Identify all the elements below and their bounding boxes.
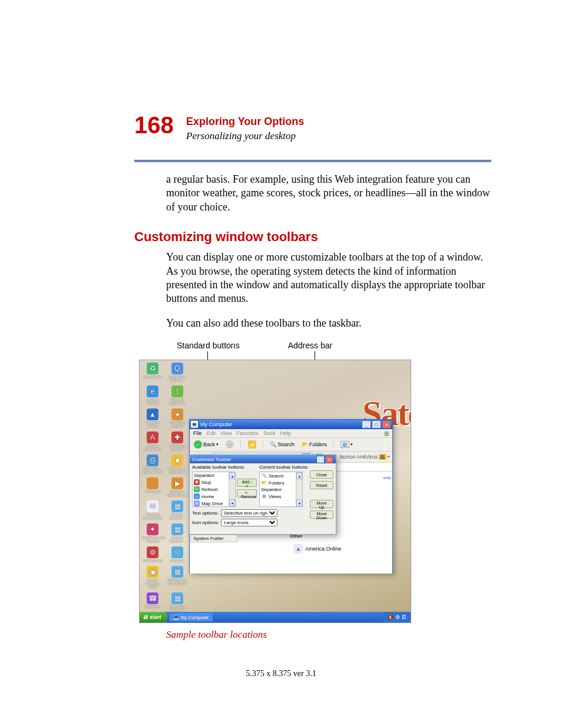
- intro-paragraph: a regular basis. For example, using this…: [166, 173, 491, 214]
- callout-standard-buttons: Standard buttons: [177, 341, 240, 350]
- section-subtitle: Personalizing your desktop: [186, 130, 491, 142]
- folders-button[interactable]: 📂Folders: [300, 441, 329, 448]
- desktop-icon[interactable]: ▦Television Manager: [167, 592, 188, 612]
- desktop-icon[interactable]: ✉Greeting Card Creator: [142, 500, 163, 520]
- system-tray[interactable]: 🔇 ⚙ 🗓: [384, 612, 411, 622]
- tray-icon[interactable]: ⚙: [395, 614, 400, 620]
- views-button[interactable]: ▦▾: [339, 440, 355, 449]
- desktop-icon[interactable]: ▣Norton Antivirus 2003: [142, 566, 163, 589]
- norton-toolbar-item[interactable]: Norton AntiVirus ▦▾: [339, 454, 390, 460]
- explorer-title: My Computer: [200, 421, 232, 427]
- menu-tools[interactable]: Tools: [263, 430, 275, 436]
- page-footer: 5.375 x 8.375 ver 3.1: [0, 669, 562, 678]
- explorer-titlebar[interactable]: 💻 My Computer _ □ ×: [190, 420, 392, 429]
- desktop-icon[interactable]: ■Notebook Maximizer: [167, 454, 188, 474]
- desktop-icon[interactable]: ◎Omnibus: [167, 546, 188, 562]
- explorer-menubar: File Edit View Favorites Tools Help ⊞: [190, 429, 392, 438]
- icon-options-select[interactable]: Large icons: [221, 519, 277, 526]
- header-rule: [134, 160, 491, 162]
- taskbar: ⊞ start 💻 My Computer 🔇 ⚙ 🗓: [140, 612, 411, 622]
- current-buttons-label: Current toolbar buttons:: [259, 465, 309, 470]
- heading-customizing: Customizing window toolbars: [134, 229, 491, 245]
- back-button[interactable]: ←Back▾: [192, 440, 220, 449]
- desktop-icon[interactable]: QQuickTime MGP W...: [167, 363, 188, 382]
- scrollbar[interactable]: ▴▾: [296, 472, 302, 506]
- dialog-close-button[interactable]: ×: [325, 456, 333, 463]
- minimize-button[interactable]: _: [362, 420, 371, 429]
- move-up-button[interactable]: Move Up: [310, 500, 333, 508]
- scrollbar[interactable]: ▴▾: [229, 472, 235, 506]
- figure-screenshot: Sate ♻Recycle BinQQuickTime MGP W... eIn…: [139, 360, 411, 623]
- current-buttons-list[interactable]: 🔍Search 📂Folders Separator ▦Views ▴▾: [259, 472, 303, 507]
- standard-buttons-toolbar: ←Back▾ → │ 📁 │ 🔍Search 📂Folders │ ▦▾: [190, 438, 392, 452]
- desktop-icon[interactable]: ♻Recycle Bin: [142, 363, 163, 382]
- tray-icon[interactable]: 🔇: [387, 614, 394, 620]
- desktop-icon[interactable]: ▦Display Properti...: [167, 500, 188, 520]
- desktop-icon[interactable]: ★TOSHIBA Access: [167, 409, 188, 428]
- dialog-help-button[interactable]: ?: [316, 456, 325, 463]
- desktop-icon[interactable]: ✚TOSHIBA Console: [167, 431, 188, 451]
- close-button[interactable]: ×: [382, 420, 391, 429]
- desktop-icon[interactable]: ✦StarMedia.com Español: [142, 523, 163, 543]
- desktop-icon[interactable]: ☼TuffHouse: [142, 477, 163, 497]
- menu-view[interactable]: View: [220, 430, 232, 436]
- available-buttons-label: Available toolbar buttons:: [192, 465, 245, 470]
- remove-button[interactable]: <- Remove: [237, 489, 257, 498]
- desktop-icon[interactable]: ⇪Software Upgrades: [167, 386, 188, 405]
- menu-file[interactable]: File: [193, 430, 202, 436]
- add-button[interactable]: Add ->: [237, 479, 257, 487]
- paragraph-2: You can also add these toolbars to the t…: [166, 317, 491, 330]
- customize-toolbar-dialog: Customize Toolbar ? × Available toolbar …: [189, 454, 336, 535]
- forward-button[interactable]: →: [224, 440, 236, 449]
- aol-icon: 🔺: [293, 544, 303, 554]
- callout-leader-lines: [166, 353, 491, 360]
- desktop-icon-grid: ♻Recycle BinQQuickTime MGP W... eInterne…: [142, 363, 191, 623]
- taskbar-item[interactable]: 💻 My Computer: [170, 613, 213, 621]
- search-button[interactable]: 🔍Search: [268, 441, 296, 448]
- desktop-icon[interactable]: ▦FaxSolution Documents: [167, 566, 188, 589]
- windows-logo-icon: ⊞: [143, 614, 148, 620]
- america-online-item[interactable]: 🔺 America Online: [293, 544, 342, 554]
- menu-edit[interactable]: Edit: [207, 430, 216, 436]
- desktop-icon[interactable]: ▦Display Properti...: [167, 523, 188, 543]
- desktop-icon[interactable]: ☎Television: [142, 592, 163, 612]
- icon-options-label: Icon options:: [192, 520, 219, 525]
- dialog-titlebar[interactable]: Customize Toolbar ? ×: [190, 455, 336, 463]
- truncated-item-label: ents: [384, 476, 391, 480]
- desktop-icon[interactable]: ▲America Online: [142, 409, 163, 428]
- figure-caption: Sample toolbar locations: [166, 629, 491, 641]
- start-button[interactable]: ⊞ start: [140, 612, 167, 622]
- callout-address-bar: Address bar: [288, 341, 332, 350]
- menu-favorites[interactable]: Favorites: [236, 430, 258, 436]
- my-computer-icon: 💻: [173, 615, 179, 620]
- aol-label: America Online: [305, 546, 342, 552]
- maximize-button[interactable]: □: [372, 420, 381, 429]
- desktop-icon[interactable]: AAcrobat Reader 5.1: [142, 431, 163, 451]
- available-buttons-list[interactable]: Separator ✖Stop ↻Refresh ⌂Home ⊞Map Driv…: [192, 472, 236, 507]
- windows-flag-icon: ⊞: [384, 430, 389, 437]
- up-button[interactable]: 📁: [246, 440, 258, 449]
- reset-button[interactable]: Reset: [310, 481, 333, 489]
- close-button[interactable]: Close: [310, 470, 333, 479]
- desktop-icon[interactable]: ▶Windows Media Player: [167, 477, 188, 497]
- chapter-title: Exploring Your Options: [186, 116, 491, 128]
- desktop-icon[interactable]: @AT&T Wor... Internet Trial: [142, 454, 163, 474]
- status-system-folder: System Folder: [190, 535, 237, 542]
- desktop-icon[interactable]: eInternet Explorer: [142, 386, 163, 405]
- tray-icon[interactable]: 🗓: [402, 614, 407, 620]
- my-computer-icon: 💻: [191, 421, 198, 428]
- desktop-icon[interactable]: ⚙MobileOptim: [142, 546, 163, 562]
- page-number: 168: [134, 112, 174, 139]
- move-down-button[interactable]: Move Down: [310, 510, 333, 519]
- text-options-select[interactable]: Selective text on right: [221, 509, 277, 517]
- menu-help[interactable]: Help: [280, 430, 291, 436]
- dialog-title: Customize Toolbar: [192, 457, 231, 462]
- text-options-label: Text options:: [192, 510, 219, 516]
- paragraph-1: You can display one or more customizable…: [166, 251, 491, 306]
